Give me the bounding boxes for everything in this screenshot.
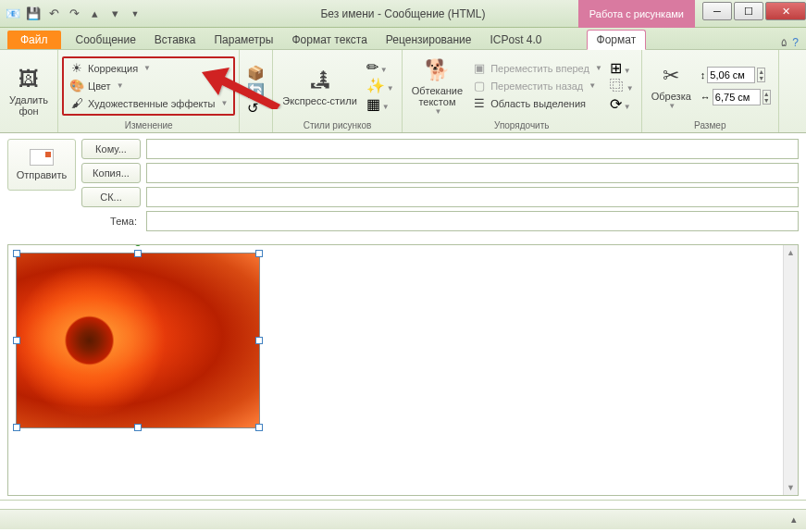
width-input[interactable] bbox=[713, 89, 761, 105]
resize-handle-r[interactable] bbox=[255, 337, 263, 344]
rotate-icon[interactable]: ⟳▼ bbox=[610, 95, 634, 113]
picture-effects-icon[interactable]: ✨▼ bbox=[366, 77, 394, 94]
save-icon[interactable]: 💾 bbox=[24, 5, 43, 23]
group-arrange-label: Упорядочить bbox=[406, 119, 638, 132]
tab-review[interactable]: Рецензирование bbox=[377, 31, 481, 49]
tab-message[interactable]: Сообщение bbox=[67, 31, 145, 49]
color-button[interactable]: 🎨 Цвет▼ bbox=[66, 78, 231, 94]
redo-icon[interactable]: ↷ bbox=[65, 5, 83, 23]
undo-icon[interactable]: ↶ bbox=[44, 5, 63, 23]
height-field[interactable]: ↕ ▲▼ bbox=[701, 67, 771, 83]
height-input[interactable] bbox=[707, 67, 755, 83]
inserted-image[interactable] bbox=[16, 253, 260, 428]
cc-button[interactable]: Копия... bbox=[81, 163, 141, 183]
vertical-scrollbar[interactable]: ▲ ▼ bbox=[783, 245, 798, 495]
tab-format-text[interactable]: Формат текста bbox=[282, 31, 376, 49]
resize-handle-l[interactable] bbox=[13, 337, 20, 344]
selection-pane-icon: ☰ bbox=[472, 96, 487, 111]
group-styles-label: Стили рисунков bbox=[277, 119, 397, 132]
align-icon[interactable]: ⊞▼ bbox=[610, 59, 634, 77]
height-spinner[interactable]: ▲▼ bbox=[757, 68, 765, 82]
compress-icon[interactable]: 📦 bbox=[247, 65, 265, 81]
tab-file[interactable]: Файл bbox=[7, 31, 61, 49]
group-adjust: ☀ Коррекция▼ 🎨 Цвет▼ 🖌 Художественные эф… bbox=[58, 50, 240, 132]
tab-options[interactable]: Параметры bbox=[205, 31, 282, 49]
picture-styles-icon: 🏞 bbox=[305, 66, 335, 95]
brightness-icon: ☀ bbox=[69, 61, 84, 76]
envelope-icon bbox=[30, 149, 54, 166]
prev-icon[interactable]: ▴ bbox=[85, 5, 104, 23]
send-backward-button: ▢ Переместить назад▼ bbox=[468, 78, 606, 94]
expand-icon[interactable]: ▴ bbox=[791, 513, 797, 526]
height-icon: ↕ bbox=[701, 69, 706, 80]
width-spinner[interactable]: ▲▼ bbox=[763, 90, 771, 105]
next-icon[interactable]: ▾ bbox=[105, 5, 124, 23]
group-extra-adjust: 📦 🔄 ↺ bbox=[240, 50, 273, 132]
maximize-button[interactable]: ☐ bbox=[734, 2, 763, 20]
rotate-handle[interactable] bbox=[133, 244, 143, 246]
minimize-ribbon-icon[interactable]: ۵ bbox=[781, 36, 787, 49]
resize-handle-bl[interactable] bbox=[13, 424, 20, 431]
cc-input[interactable] bbox=[146, 163, 799, 183]
artistic-icon: 🖌 bbox=[69, 96, 84, 111]
remove-background-icon: 🖼 bbox=[14, 65, 43, 94]
ribbon-tabs: Файл Сообщение Вставка Параметры Формат … bbox=[0, 28, 806, 50]
tab-format[interactable]: Формат bbox=[587, 30, 647, 50]
app-icon[interactable]: 📧 bbox=[4, 5, 22, 23]
crop-button[interactable]: ✂ Обрезка▼ bbox=[646, 59, 697, 112]
width-field[interactable]: ↔ ▲▼ bbox=[701, 89, 771, 105]
tab-icpost[interactable]: ICPost 4.0 bbox=[481, 31, 552, 49]
to-input[interactable] bbox=[146, 139, 799, 159]
highlight-annotation: ☀ Коррекция▼ 🎨 Цвет▼ 🖌 Художественные эф… bbox=[62, 56, 235, 116]
resize-handle-tr[interactable] bbox=[255, 250, 263, 257]
separator bbox=[0, 500, 806, 509]
wrap-text-button[interactable]: 🐕 Обтекание текстом▼ bbox=[406, 54, 468, 118]
window-title: Без имени - Сообщение (HTML) bbox=[320, 7, 485, 20]
bcc-input[interactable] bbox=[146, 187, 799, 207]
color-icon: 🎨 bbox=[69, 79, 84, 93]
express-styles-button[interactable]: 🏞 Экспресс-стили bbox=[277, 64, 362, 108]
qat-customize-icon[interactable]: ▼ bbox=[126, 5, 144, 23]
send-backward-icon: ▢ bbox=[472, 79, 487, 93]
scroll-up-icon[interactable]: ▲ bbox=[784, 245, 798, 260]
status-bar: ▴ bbox=[0, 509, 806, 529]
picture-border-icon[interactable]: ✏▼ bbox=[366, 58, 394, 76]
contextual-tab-title: Работа с рисунками bbox=[578, 0, 695, 28]
selection-pane-button[interactable]: ☰ Область выделения bbox=[468, 95, 606, 112]
subject-input[interactable] bbox=[146, 211, 799, 231]
minimize-button[interactable]: ─ bbox=[702, 2, 732, 20]
message-body-area: ▲ ▼ bbox=[0, 241, 806, 500]
artistic-effects-button[interactable]: 🖌 Художественные эффекты▼ bbox=[66, 95, 231, 112]
group-background: 🖼 Удалить фон bbox=[0, 50, 58, 132]
bcc-button[interactable]: СК... bbox=[81, 187, 141, 207]
resize-handle-tl[interactable] bbox=[13, 250, 20, 257]
change-picture-icon[interactable]: 🔄 bbox=[247, 82, 265, 99]
subject-label: Тема: bbox=[81, 216, 141, 227]
title-bar: 📧 💾 ↶ ↷ ▴ ▾ ▼ Без имени - Сообщение (HTM… bbox=[0, 0, 806, 28]
tab-insert[interactable]: Вставка bbox=[145, 31, 205, 49]
corrections-button[interactable]: ☀ Коррекция▼ bbox=[66, 60, 231, 77]
reset-picture-icon[interactable]: ↺ bbox=[247, 100, 265, 117]
help-icon[interactable]: ? bbox=[792, 36, 799, 49]
crop-icon: ✂ bbox=[656, 61, 686, 91]
window-controls: ─ ☐ ✕ bbox=[701, 2, 806, 20]
scroll-down-icon[interactable]: ▼ bbox=[784, 480, 798, 495]
remove-background-button[interactable]: 🖼 Удалить фон bbox=[4, 63, 54, 118]
to-button[interactable]: Кому... bbox=[81, 139, 141, 159]
message-header: Отправить Кому... Копия... СК... Тема: bbox=[0, 133, 806, 241]
message-body[interactable]: ▲ ▼ bbox=[7, 244, 799, 496]
group-adjust-label: Изменение bbox=[62, 119, 235, 132]
picture-layout-icon[interactable]: ▦▼ bbox=[366, 95, 394, 113]
send-button[interactable]: Отправить bbox=[7, 139, 76, 191]
wrap-text-icon: 🐕 bbox=[422, 56, 452, 85]
bring-forward-icon: ▣ bbox=[472, 61, 487, 76]
bring-forward-button: ▣ Переместить вперед▼ bbox=[468, 60, 606, 77]
quick-access-toolbar: 📧 💾 ↶ ↷ ▴ ▾ ▼ bbox=[0, 5, 144, 23]
resize-handle-b[interactable] bbox=[134, 424, 142, 431]
close-button[interactable]: ✕ bbox=[765, 2, 806, 20]
ribbon: 🖼 Удалить фон ☀ Коррекция▼ 🎨 Цвет▼ bbox=[0, 50, 806, 133]
width-icon: ↔ bbox=[701, 92, 711, 103]
resize-handle-t[interactable] bbox=[134, 250, 142, 257]
group-arrange: 🐕 Обтекание текстом▼ ▣ Переместить впере… bbox=[403, 50, 642, 132]
resize-handle-br[interactable] bbox=[255, 424, 263, 431]
